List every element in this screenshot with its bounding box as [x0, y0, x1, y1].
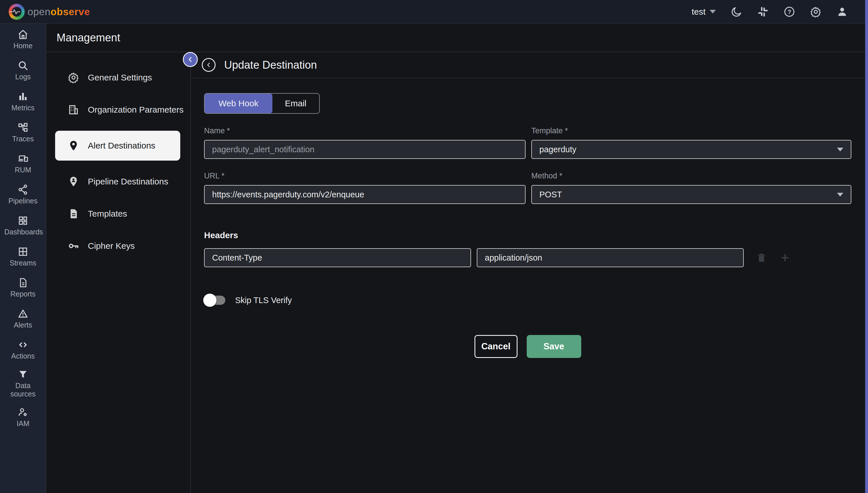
sidebar-item-label: Logs	[15, 73, 31, 81]
sidebar-item-label: Metrics	[12, 104, 35, 112]
settings-item-cipher-keys[interactable]: Cipher Keys	[55, 235, 180, 257]
template-label: Template *	[531, 126, 851, 135]
save-button[interactable]: Save	[527, 335, 581, 358]
home-icon	[18, 29, 28, 40]
sidebar-item-label: Traces	[12, 135, 33, 143]
brand-observe: observe	[50, 6, 90, 17]
share-icon	[18, 184, 28, 195]
gear-icon	[68, 72, 79, 83]
update-destination-panel: Update Destination Web Hook Email Name *…	[191, 52, 865, 493]
gear-icon[interactable]	[810, 6, 822, 18]
url-label: URL *	[204, 172, 526, 180]
settings-item-alert-destinations[interactable]: Alert Destinations	[55, 131, 180, 160]
sidebar-item-label: Alerts	[14, 321, 32, 329]
row-name-template: Name * pagerduty_alert_notification Temp…	[204, 126, 865, 159]
method-select[interactable]: POST	[531, 185, 851, 204]
main-sidebar: Home Logs Metrics Traces RUM Pipelines D…	[0, 24, 46, 493]
slack-icon[interactable]	[757, 6, 769, 18]
cancel-button[interactable]: Cancel	[475, 335, 518, 358]
skip-tls-toggle[interactable]	[204, 295, 225, 306]
sidebar-item-logs[interactable]: Logs	[0, 59, 46, 82]
location-pin-icon	[68, 140, 79, 151]
logo-waveform-icon	[9, 8, 24, 15]
form-actions: Cancel Save	[204, 335, 851, 358]
sidebar-item-label: Streams	[9, 259, 36, 267]
header-key-input[interactable]: Content-Type	[204, 248, 471, 267]
sidebar-collapse-button[interactable]	[183, 52, 198, 67]
template-select[interactable]: pagerduty	[531, 140, 851, 159]
sidebar-item-reports[interactable]: Reports	[0, 276, 46, 299]
sidebar-item-pipelines[interactable]: Pipelines	[0, 183, 46, 206]
logo-ring-icon	[8, 4, 25, 20]
settings-item-organization-parameters[interactable]: Organization Parameters	[55, 99, 180, 121]
sidebar-item-alerts[interactable]: Alerts	[0, 307, 46, 330]
profile-icon[interactable]	[837, 6, 848, 18]
search-icon	[18, 60, 28, 71]
destination-type-tabs: Web Hook Email	[204, 93, 320, 114]
skip-tls-row: Skip TLS Verify	[204, 295, 865, 306]
sidebar-item-label: Pipelines	[8, 197, 37, 205]
bar-chart-icon	[18, 91, 28, 102]
key-icon	[68, 240, 79, 252]
panel-header: Update Destination	[191, 52, 865, 78]
settings-item-label: Organization Parameters	[88, 105, 184, 115]
sidebar-item-label: Actions	[11, 352, 35, 360]
warning-icon	[18, 308, 28, 319]
brand-open: open	[27, 6, 50, 17]
org-selector[interactable]: test	[692, 7, 716, 17]
page-scrollbar[interactable]	[865, 0, 868, 493]
sidebar-item-streams[interactable]: Streams	[0, 245, 46, 268]
top-navbar: openobserve test ?	[0, 0, 868, 24]
delete-header-trash-icon[interactable]	[756, 252, 767, 263]
chevron-down-icon	[710, 10, 716, 14]
skip-tls-label: Skip TLS Verify	[235, 296, 292, 305]
header-value-input[interactable]: application/json	[477, 248, 744, 267]
sidebar-item-dashboards[interactable]: Dashboards	[0, 214, 46, 237]
nodes-icon	[18, 122, 28, 133]
funnel-icon	[18, 369, 28, 380]
sidebar-item-label: RUM	[15, 166, 31, 174]
sidebar-item-iam[interactable]: IAM	[0, 406, 46, 429]
field-template: Template * pagerduty	[531, 126, 851, 159]
org-selector-label: test	[692, 7, 706, 17]
row-url-method: URL * https://events.pagerduty.com/v2/en…	[204, 172, 865, 204]
headers-section-label: Headers	[204, 230, 865, 240]
sidebar-item-actions[interactable]: Actions	[0, 338, 46, 361]
dark-mode-moon-icon[interactable]	[731, 6, 742, 18]
settings-item-pipeline-destinations[interactable]: Pipeline Destinations	[55, 170, 180, 193]
tab-email[interactable]: Email	[272, 94, 319, 113]
toggle-thumb	[203, 294, 216, 307]
sidebar-item-label: Home	[14, 42, 33, 50]
building-icon	[68, 104, 79, 115]
sidebar-item-label: Reports	[10, 290, 36, 298]
method-select-value: POST	[539, 190, 562, 199]
help-icon[interactable]: ?	[784, 6, 795, 18]
sidebar-item-home[interactable]: Home	[0, 27, 46, 51]
settings-item-label: Alert Destinations	[88, 141, 155, 151]
document-icon	[18, 277, 28, 288]
settings-item-templates[interactable]: Templates	[55, 202, 180, 225]
url-input[interactable]: https://events.pagerduty.com/v2/enqueue	[204, 185, 526, 204]
sidebar-item-label: Data sources	[4, 382, 42, 398]
sidebar-item-rum[interactable]: RUM	[0, 152, 46, 175]
settings-item-general-settings[interactable]: General Settings	[55, 66, 180, 89]
chevron-left-icon	[205, 62, 212, 68]
name-input[interactable]: pagerduty_alert_notification	[204, 140, 526, 159]
sidebar-item-data-sources[interactable]: Data sources	[0, 369, 46, 398]
panel-title: Update Destination	[224, 59, 317, 71]
page-title: Management	[56, 31, 120, 44]
back-button[interactable]	[202, 58, 215, 72]
sidebar-item-label: Dashboards	[4, 228, 42, 236]
settings-item-label: General Settings	[88, 73, 152, 83]
sidebar-item-metrics[interactable]: Metrics	[0, 90, 46, 113]
name-label: Name *	[204, 126, 526, 135]
sidebar-item-traces[interactable]: Traces	[0, 121, 46, 144]
navbar-right-group: test ?	[692, 6, 848, 18]
add-header-plus-icon[interactable]	[779, 252, 791, 263]
sidebar-item-label: IAM	[17, 420, 29, 428]
settings-menu: General Settings Organization Parameters…	[46, 52, 190, 493]
destination-form: Web Hook Email Name * pagerduty_alert_no…	[191, 78, 865, 358]
tab-web-hook[interactable]: Web Hook	[205, 94, 272, 113]
grid-icon	[18, 246, 28, 257]
brand-text: openobserve	[27, 6, 90, 18]
